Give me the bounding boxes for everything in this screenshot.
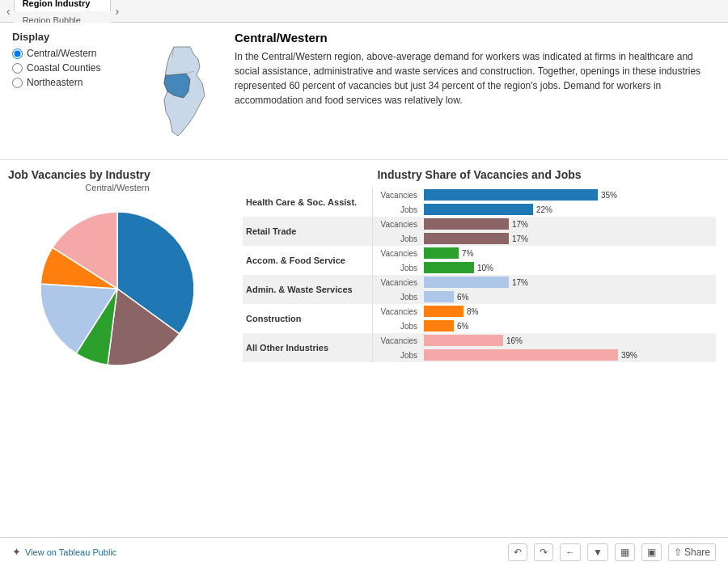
bar-type-label: Vacancies [372,304,421,319]
region-title: Central/Western [235,31,716,44]
bar-fill [424,218,509,230]
bar-row: All Other IndustriesVacancies16% [243,333,716,348]
bar-value-label: 39% [621,351,637,360]
share-icon: ⇧ [674,547,682,558]
bar-row: Accom. & Food ServiceVacancies7% [243,246,716,260]
industry-label: Retail Trade [243,217,372,246]
tabs-bar: ‹ ion bubble dboccupation hd dbregion va… [0,0,728,23]
bar-cell: 7% [421,246,716,260]
bar-fill [424,277,509,288]
industry-label: All Other Industries [243,333,372,362]
bar-fill [424,306,463,317]
revert-btn[interactable]: ← [560,543,581,561]
region-description: In the Central/Western region, above-ave… [235,49,716,108]
bar-type-label: Vacancies [372,217,421,231]
display-panel: Display Central/WesternCoastal CountiesN… [12,31,133,151]
share-label: Share [684,547,710,558]
bar-row: Retail TradeVacancies17% [243,217,716,231]
top-section: Display Central/WesternCoastal CountiesN… [0,23,728,160]
bar-type-label: Jobs [372,348,421,362]
bar-cell: 35% [421,188,716,202]
bar-value-label: 10% [477,264,493,272]
radio-central-western[interactable] [12,49,23,59]
radio-coastal-counties[interactable] [12,63,23,74]
bar-type-label: Vacancies [372,275,421,289]
radio-item-central-western[interactable]: Central/Western [12,48,133,59]
pie-chart-subtitle: Central/Western [8,183,226,192]
bar-cell: 6% [421,319,716,333]
bar-cell: 10% [421,260,716,275]
radio-item-northeastern[interactable]: Northeastern [12,77,133,88]
bar-fill [424,247,459,259]
bar-fill [424,262,474,273]
bar-type-label: Vacancies [372,246,421,260]
bar-value-label: 6% [457,293,468,302]
maine-map [150,43,214,140]
bar-type-label: Vacancies [372,188,421,202]
radio-label-northeastern: Northeastern [27,77,83,88]
bar-cell: 8% [421,304,716,319]
pie-chart-container [8,196,226,382]
bar-cell: 17% [421,275,716,289]
bar-cell: 17% [421,231,716,246]
bar-cell: 16% [421,333,716,348]
bar-cell: 39% [421,348,716,362]
tab-prev-btn[interactable]: ‹ [3,5,14,18]
map-area [142,31,222,151]
bar-type-label: Jobs [372,202,421,217]
bar-fill [424,349,618,361]
pie-chart-svg [28,200,206,378]
bar-chart-title: Industry Share of Vacancies and Jobs [243,168,716,181]
text-panel: Central/Western In the Central/Western r… [231,31,716,151]
footer-controls: ↶ ↷ ← ▼ ▦ ▣ ⇧ Share [508,543,716,561]
bar-value-label: 35% [601,191,617,200]
more-btn[interactable]: ▼ [587,543,608,561]
footer: ✦ View on Tableau Public ↶ ↷ ← ▼ ▦ ▣ ⇧ S… [0,537,728,566]
pie-section: Job Vacancies by Industry Central/Wester… [0,168,235,529]
bar-value-label: 8% [467,307,478,316]
radio-northeastern[interactable] [12,78,23,88]
industry-label: Construction [243,304,372,333]
bar-cell: 22% [421,202,716,217]
bar-fill [424,320,454,332]
display-title: Display [12,31,133,43]
industry-label: Accom. & Food Service [243,246,372,275]
industry-label: Admin. & Waste Services [243,275,372,304]
bar-fill [424,204,533,215]
tab-next-btn[interactable]: › [112,5,123,18]
share-btn[interactable]: ⇧ Share [668,543,716,561]
bottom-section: Job Vacancies by Industry Central/Wester… [0,160,728,537]
radio-label-central-western: Central/Western [27,48,96,59]
bar-value-label: 17% [512,220,528,229]
bar-type-label: Vacancies [372,333,421,348]
bar-fill [424,291,454,302]
fullscreen-btn[interactable]: ▣ [641,543,662,561]
undo-btn[interactable]: ↶ [508,543,527,561]
bar-value-label: 17% [512,278,528,287]
bar-row: Admin. & Waste ServicesVacancies17% [243,275,716,289]
bar-type-label: Jobs [372,289,421,304]
bar-cell: 17% [421,217,716,231]
footer-left: ✦ View on Tableau Public [12,546,116,558]
tab-region-industry[interactable]: Region Industry [14,0,111,11]
redo-btn[interactable]: ↷ [534,543,553,561]
bar-fill [424,233,509,244]
bar-section: Industry Share of Vacancies and Jobs Hea… [235,168,728,529]
bar-row: ConstructionVacancies8% [243,304,716,319]
bar-value-label: 16% [506,336,523,345]
bar-fill [424,335,503,346]
bar-cell: 6% [421,289,716,304]
tableau-icon: ✦ [12,546,21,558]
industry-label: Health Care & Soc. Assist. [243,188,372,217]
view-public-label[interactable]: View on Tableau Public [25,547,116,557]
bar-type-label: Jobs [372,319,421,333]
bar-value-label: 7% [462,249,473,258]
bar-type-label: Jobs [372,260,421,275]
share-options-btn[interactable]: ▦ [615,543,635,561]
bar-type-label: Jobs [372,231,421,246]
bar-chart-table: Health Care & Soc. Assist.Vacancies35%Jo… [243,188,716,362]
bar-fill [424,189,598,201]
pie-chart-title: Job Vacancies by Industry [8,168,226,181]
radio-item-coastal-counties[interactable]: Coastal Counties [12,62,133,74]
bar-value-label: 22% [536,205,552,214]
